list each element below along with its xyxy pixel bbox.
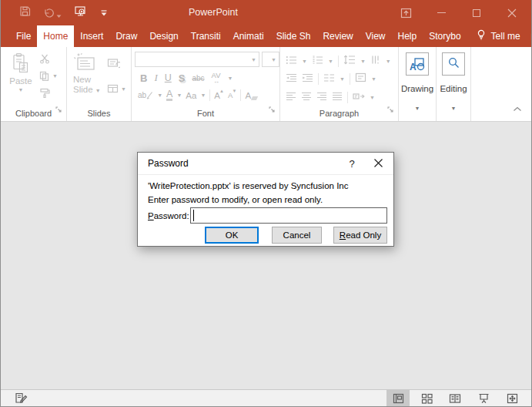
highlight-dropdown-arrow: ▼	[157, 92, 162, 98]
read-only-button[interactable]: Read Only	[333, 227, 387, 244]
dialog-launcher-icon[interactable]	[269, 103, 276, 116]
increase-indent-button[interactable]	[302, 72, 313, 86]
tab-view[interactable]: View	[360, 25, 392, 47]
editing-label: Editing	[437, 84, 470, 93]
copy-icon	[39, 71, 50, 81]
font-name-combo[interactable]: ▼	[135, 52, 259, 67]
fit-to-window-button[interactable]	[500, 390, 524, 406]
drawing-dropdown-arrow[interactable]: ▼	[415, 106, 420, 111]
align-right-button[interactable]	[316, 90, 327, 104]
text-direction-button[interactable]	[370, 54, 381, 68]
columns-button[interactable]	[323, 72, 335, 86]
tab-design[interactable]: Design	[143, 25, 184, 47]
text-shadow-button[interactable]: S	[179, 72, 186, 84]
new-slide-button[interactable]: New Slide ▼	[73, 52, 104, 95]
editing-button[interactable]	[442, 52, 465, 76]
paste-button[interactable]: Paste ▼	[6, 52, 35, 92]
numbering-icon	[312, 56, 323, 65]
slides-small-buttons: ▼	[107, 58, 126, 93]
tab-slide-show[interactable]: Slide Sh	[270, 25, 317, 47]
bullets-button[interactable]	[286, 54, 297, 68]
group-drawing[interactable]: A Drawing ▼	[399, 47, 437, 121]
tab-insert[interactable]: Insert	[74, 25, 109, 47]
highlight-button[interactable]: ab	[138, 91, 153, 99]
change-case-button[interactable]: Aa	[186, 91, 196, 100]
ok-button[interactable]: OK	[205, 227, 259, 244]
notes-button[interactable]	[15, 392, 28, 404]
font-combos: ▼ ▼	[135, 52, 279, 67]
justify-button[interactable]	[332, 90, 343, 104]
dialog-launcher-icon[interactable]	[387, 103, 394, 116]
format-painter-button[interactable]	[39, 88, 58, 98]
minimize-icon[interactable]	[423, 0, 459, 25]
font-size-combo[interactable]: ▼	[262, 52, 279, 67]
tab-transitions[interactable]: Transiti	[185, 25, 227, 47]
tab-file[interactable]: File	[10, 25, 37, 47]
password-label: Password:	[148, 211, 189, 220]
ribbon-display-options-icon[interactable]	[388, 0, 423, 25]
grow-font-button[interactable]: A	[214, 91, 224, 100]
align-center-button[interactable]	[301, 90, 312, 104]
smartart-icon	[353, 91, 365, 101]
decrease-indent-button[interactable]	[286, 72, 297, 86]
collapse-ribbon-icon[interactable]	[513, 101, 522, 115]
undo-icon[interactable]	[43, 8, 62, 18]
paragraph-row-1: ▼ ▼ ▼ ▼	[286, 54, 391, 68]
reading-view-button[interactable]	[443, 390, 467, 406]
font-color-button[interactable]: A	[166, 89, 172, 101]
underline-button[interactable]: U	[165, 72, 172, 83]
dialog-launcher-icon[interactable]	[55, 103, 62, 116]
copy-button[interactable]: ▼	[39, 71, 58, 81]
view-switcher	[386, 390, 524, 406]
share-icon[interactable]	[530, 29, 532, 43]
editing-dropdown-arrow[interactable]: ▼	[451, 106, 457, 111]
columns-icon	[323, 73, 335, 82]
copy-dropdown-arrow: ▼	[52, 73, 58, 79]
dialog-close-icon[interactable]	[373, 158, 383, 170]
strikethrough-button[interactable]: abc	[192, 74, 204, 82]
tab-review[interactable]: Review	[316, 25, 359, 47]
cut-button[interactable]	[39, 54, 58, 64]
align-left-icon	[286, 92, 296, 101]
change-case-dropdown-arrow: ▼	[200, 92, 206, 98]
close-icon[interactable]	[494, 0, 530, 25]
italic-button[interactable]: I	[154, 72, 157, 84]
slide-layout-button[interactable]: ▼	[107, 84, 126, 93]
align-text-button[interactable]	[355, 72, 366, 86]
new-slide-dropdown-arrow: ▼	[95, 88, 101, 93]
numbering-button[interactable]	[312, 54, 323, 68]
tab-draw[interactable]: Draw	[109, 25, 143, 47]
reuse-slides-icon[interactable]	[107, 58, 126, 72]
customize-qat-icon[interactable]	[99, 6, 109, 20]
font-color-dropdown-arrow: ▼	[176, 92, 182, 98]
help-button[interactable]: ?	[346, 158, 358, 170]
font-name-dropdown-arrow: ▼	[251, 57, 256, 62]
drawing-button[interactable]: A	[406, 52, 429, 76]
normal-view-button[interactable]	[386, 390, 410, 406]
reading-view-icon	[449, 393, 461, 404]
shrink-font-button[interactable]: A	[228, 91, 236, 99]
dialog-message-line-1: 'WriteProtection.pptx' is reserved by Sy…	[148, 181, 349, 190]
start-from-beginning-icon[interactable]	[74, 5, 87, 20]
save-icon[interactable]	[19, 5, 31, 20]
char-spacing-button[interactable]: AV↔	[212, 72, 221, 84]
slide-sorter-button[interactable]	[415, 390, 438, 406]
tell-me-box[interactable]: Tell me	[467, 25, 530, 47]
notes-icon	[15, 392, 28, 404]
new-slide-icon	[73, 52, 96, 72]
tab-home[interactable]: Home	[37, 25, 74, 47]
slide-show-button[interactable]	[472, 390, 495, 406]
align-left-button[interactable]	[286, 90, 296, 104]
smartart-button[interactable]	[353, 90, 365, 104]
tab-storyboarding[interactable]: Storybo	[423, 25, 467, 47]
tab-animations[interactable]: Animati	[227, 25, 270, 47]
maximize-icon[interactable]	[459, 0, 494, 25]
bold-button[interactable]: B	[140, 72, 147, 84]
line-spacing-button[interactable]	[343, 54, 356, 68]
clear-formatting-button[interactable]: A	[245, 91, 257, 100]
password-input[interactable]	[190, 207, 387, 224]
group-editing[interactable]: Editing ▼	[437, 47, 471, 121]
paragraph-row-2: ▼ ▼	[286, 72, 376, 86]
cancel-button[interactable]: Cancel	[272, 227, 322, 244]
tab-help[interactable]: Help	[392, 25, 423, 47]
